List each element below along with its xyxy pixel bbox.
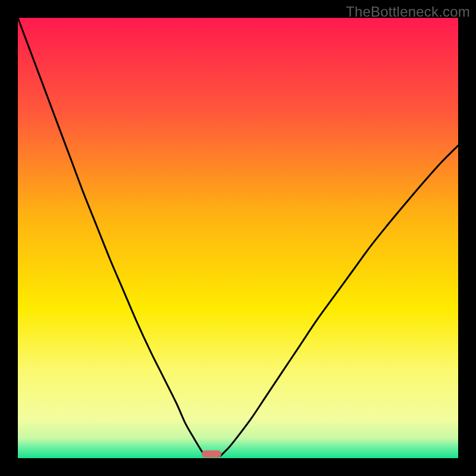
plot-area — [18, 18, 458, 458]
chart-svg — [18, 18, 458, 458]
chart-frame: TheBottleneck.com — [0, 0, 476, 476]
gradient-background — [18, 18, 458, 458]
valley-marker — [202, 450, 221, 458]
valley-marker — [202, 450, 221, 458]
